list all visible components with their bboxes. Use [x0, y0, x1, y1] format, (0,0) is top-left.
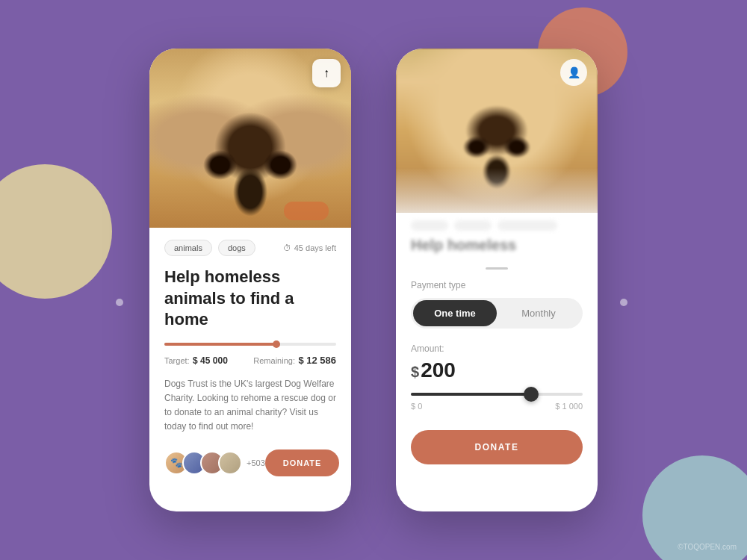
- payment-toggle: One time Monthly: [411, 298, 583, 329]
- target-value: $ 45 000: [193, 355, 228, 366]
- watermark: ©TOQOPEN.com: [678, 543, 737, 551]
- left-phone: ↑ animals dogs ⏱ 45 days left Help homel…: [149, 49, 351, 511]
- phones-container: ↑ animals dogs ⏱ 45 days left Help homel…: [0, 0, 747, 560]
- one-time-button[interactable]: One time: [413, 300, 497, 326]
- left-donate-button[interactable]: DONATE: [265, 449, 340, 476]
- campaign-title: Help homeless animals to find a home: [164, 267, 336, 331]
- image-overlay: [396, 168, 598, 213]
- clock-icon: ⏱: [283, 243, 291, 252]
- target-section: Target: $ 45 000: [164, 353, 228, 367]
- donors-count: +503: [247, 458, 265, 467]
- campaign-description: Dogs Trust is the UK's largest Dog Welfa…: [164, 377, 336, 435]
- donation-slider[interactable]: [411, 393, 583, 396]
- right-phone: 👤 Help homeless Payment type One time Mo…: [396, 49, 598, 511]
- remaining-label: Remaining:: [253, 356, 295, 365]
- share-button[interactable]: ↑: [312, 59, 341, 87]
- progress-fill: [164, 343, 276, 346]
- left-phone-content: animals dogs ⏱ 45 days left Help homeles…: [149, 228, 351, 488]
- right-donate-button[interactable]: DONATE: [411, 430, 583, 464]
- amount-number: 200: [421, 358, 456, 382]
- progress-track: [164, 343, 336, 346]
- avatar-button[interactable]: 👤: [560, 59, 587, 86]
- dog-toy: [284, 202, 329, 220]
- monthly-button[interactable]: Monthly: [497, 300, 580, 326]
- donors-group: 🐾 +503: [164, 451, 265, 475]
- bottom-row: 🐾 +503 DONATE: [164, 449, 336, 476]
- amount-display: $200: [411, 358, 583, 382]
- days-left: ⏱ 45 days left: [283, 243, 336, 252]
- blurred-tags: [411, 220, 583, 231]
- blurred-title: Help homeless: [411, 237, 583, 254]
- left-dog-image: ↑: [149, 49, 351, 228]
- bg-dot-2: [116, 299, 123, 306]
- amount-label: Amount:: [411, 343, 583, 354]
- slider-track: [411, 393, 583, 396]
- target-label: Target:: [164, 356, 190, 365]
- blurred-title-section: Help homeless: [396, 213, 598, 261]
- blurred-tag-2: [454, 220, 492, 231]
- bg-dot-3: [620, 299, 627, 306]
- avatar-4: [218, 451, 242, 475]
- amount-section: Amount: $200 $ 0 $ 1 000: [411, 343, 583, 411]
- slider-fill: [411, 393, 531, 396]
- tag-animals: animals: [164, 240, 212, 256]
- divider: [486, 267, 508, 270]
- slider-min-label: $ 0: [411, 402, 422, 411]
- tags-row: animals dogs ⏱ 45 days left: [164, 240, 336, 256]
- progress-bar-container: [164, 343, 336, 346]
- tag-dogs: dogs: [218, 240, 255, 256]
- remaining-section: Remaining: $ 12 586: [253, 353, 336, 367]
- slider-labels: $ 0 $ 1 000: [411, 402, 583, 411]
- currency-symbol: $: [411, 364, 419, 380]
- slider-max-label: $ 1 000: [555, 402, 583, 411]
- right-dog-image: 👤: [396, 49, 598, 213]
- progress-dot: [273, 340, 280, 348]
- payment-type-label: Payment type: [411, 280, 583, 290]
- payment-section: Payment type One time Monthly Amount: $2…: [396, 280, 598, 476]
- remaining-value: $ 12 586: [298, 355, 336, 366]
- blurred-tag-1: [411, 220, 448, 231]
- slider-thumb[interactable]: [524, 387, 539, 402]
- blurred-tag-3: [498, 220, 557, 231]
- amounts-row: Target: $ 45 000 Remaining: $ 12 586: [164, 353, 336, 367]
